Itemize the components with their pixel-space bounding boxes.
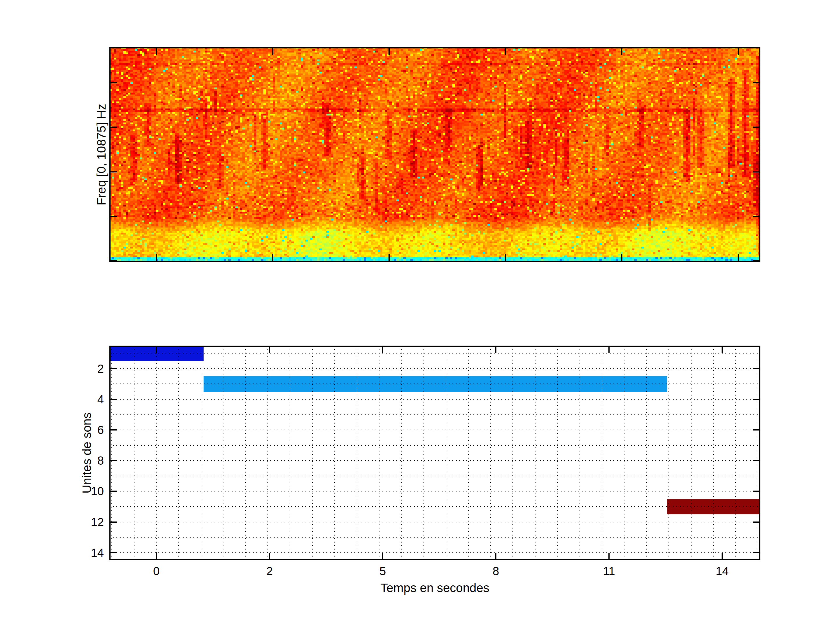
spectrogram-x-tick xyxy=(621,254,622,262)
grid-line-vertical xyxy=(535,346,535,560)
spectrogram-x-tick xyxy=(737,47,739,55)
grid-line-horizontal xyxy=(109,506,760,507)
grid-line-horizontal xyxy=(109,491,760,491)
grid-line-horizontal xyxy=(109,399,760,399)
grid-line-vertical xyxy=(401,346,402,560)
grid-line-vertical xyxy=(735,346,736,560)
spectrogram-y-tick xyxy=(753,126,760,128)
x-tick xyxy=(495,553,496,560)
grid-line-vertical xyxy=(557,346,558,560)
x-axis-label: Temps en secondes xyxy=(381,582,489,594)
x-tick xyxy=(382,553,383,560)
y-tick-label: 2 xyxy=(63,363,104,374)
grid-line-vertical xyxy=(379,346,379,560)
spectrogram-x-tick xyxy=(272,254,273,262)
grid-line-vertical xyxy=(624,346,624,560)
grid-line-vertical xyxy=(223,346,223,560)
grid-line-vertical xyxy=(201,346,201,560)
y-tick-label: 4 xyxy=(63,393,104,405)
y-tick xyxy=(753,521,760,523)
y-tick-label: 8 xyxy=(63,455,104,466)
y-tick xyxy=(753,429,760,431)
y-tick xyxy=(753,399,760,400)
spectrogram-image xyxy=(109,47,760,262)
x-tick xyxy=(156,346,157,353)
x-tick-label: 0 xyxy=(153,565,159,577)
y-tick-label: 6 xyxy=(63,424,104,436)
grid-line-horizontal xyxy=(109,553,760,553)
grid-line-vertical xyxy=(290,346,290,560)
spectrogram-y-tick xyxy=(753,171,760,172)
grid-line-horizontal xyxy=(109,429,760,430)
spectrogram-x-tick xyxy=(388,254,390,262)
grid-line-vertical xyxy=(691,346,692,560)
x-tick xyxy=(269,346,270,353)
grid-line-vertical xyxy=(423,346,424,560)
spectrogram-x-tick xyxy=(737,254,739,262)
y-tick xyxy=(109,429,117,431)
y-tick xyxy=(109,399,117,400)
grid-line-vertical xyxy=(668,346,669,560)
spectrogram-y-tick xyxy=(109,216,117,217)
x-tick-label: 2 xyxy=(266,565,273,577)
x-tick xyxy=(722,346,723,353)
grid-line-vertical xyxy=(646,346,647,560)
y-tick xyxy=(109,552,117,553)
spectrogram-plot xyxy=(109,47,760,262)
x-tick xyxy=(722,553,723,560)
grid-line-vertical xyxy=(602,346,602,560)
grid-line-horizontal xyxy=(109,476,760,476)
matlab-figure: Freq [0, 10875] Hz Unites de sons Temps … xyxy=(0,0,840,630)
y-tick xyxy=(753,368,760,369)
grid-line-vertical xyxy=(312,346,313,560)
x-tick xyxy=(269,553,270,560)
y-tick xyxy=(109,460,117,461)
grid-line-horizontal xyxy=(109,460,760,461)
spectrogram-x-tick xyxy=(621,47,622,55)
x-tick xyxy=(608,553,609,560)
spectrogram-y-tick xyxy=(109,82,117,83)
y-tick xyxy=(109,368,117,369)
x-tick-label: 11 xyxy=(603,565,615,577)
spectrogram-y-tick xyxy=(753,216,760,217)
y-tick xyxy=(109,491,117,492)
grid-line-horizontal xyxy=(109,368,760,369)
x-tick-label: 14 xyxy=(716,565,729,577)
grid-line-vertical xyxy=(446,346,446,560)
grid-line-vertical xyxy=(267,346,268,560)
grid-line-vertical xyxy=(357,346,357,560)
spectrogram-x-tick xyxy=(505,254,506,262)
grid-line-horizontal xyxy=(109,537,760,538)
spectrogram-y-tick xyxy=(753,260,760,261)
grid-line-vertical xyxy=(245,346,246,560)
grid-line-horizontal xyxy=(109,353,760,354)
grid-line-vertical xyxy=(579,346,580,560)
x-tick xyxy=(608,346,609,353)
spectrogram-x-tick xyxy=(272,47,273,55)
x-tick xyxy=(382,346,383,353)
x-tick-label: 8 xyxy=(493,565,499,577)
spectrogram-y-tick xyxy=(753,82,760,83)
spectrogram-y-tick xyxy=(109,260,117,261)
grid-line-horizontal xyxy=(109,384,760,384)
sound-units-plot xyxy=(109,346,760,560)
spectrogram-y-tick xyxy=(109,126,117,128)
x-tick xyxy=(495,346,496,353)
y-tick-label: 12 xyxy=(63,516,104,528)
grid-line-vertical xyxy=(111,346,112,560)
grid-line-vertical xyxy=(713,346,714,560)
x-tick xyxy=(156,553,157,560)
spectrogram-y-tick xyxy=(109,171,117,172)
grid-line-vertical xyxy=(758,346,758,560)
y-tick xyxy=(753,491,760,492)
grid-line-vertical xyxy=(490,346,491,560)
y-tick-label: 14 xyxy=(63,547,104,559)
y-tick xyxy=(753,552,760,553)
grid-line-vertical xyxy=(134,346,134,560)
grid-line-horizontal xyxy=(109,414,760,415)
grid-line-horizontal xyxy=(109,445,760,446)
spectrogram-x-tick xyxy=(156,254,157,262)
grid-line-vertical xyxy=(178,346,179,560)
y-tick-label: 10 xyxy=(63,485,104,497)
y-tick xyxy=(753,460,760,461)
